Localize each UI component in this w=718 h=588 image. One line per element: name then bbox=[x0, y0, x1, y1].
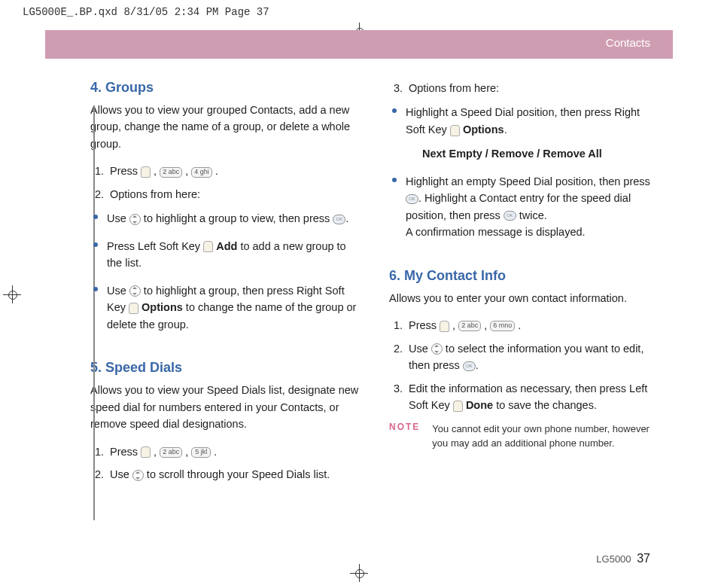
key-2: 2 abc bbox=[160, 167, 182, 178]
ok-icon: OK bbox=[333, 215, 345, 224]
soft-key-icon bbox=[129, 303, 138, 314]
soft-key-icon bbox=[453, 401, 463, 412]
left-column: 4. Groups Allows you to view your groupe… bbox=[90, 80, 359, 491]
groups-step-1: Press , 2 abc , 4 ghi . bbox=[107, 163, 359, 179]
mycontact-heading: 6. My Contact Info bbox=[389, 268, 658, 284]
key-4: 4 ghi bbox=[191, 167, 212, 178]
speed-step-2: Use to scroll through your Speed Dials l… bbox=[107, 466, 359, 483]
note-label: NOTE bbox=[389, 422, 420, 451]
speed-bullet-1: Highlight a Speed Dial position, then pr… bbox=[389, 104, 658, 162]
ok-icon: OK bbox=[504, 211, 516, 221]
registration-mark-left bbox=[5, 287, 20, 302]
groups-bullet-3: Use to highlight a group, then press Rig… bbox=[90, 282, 359, 333]
soft-key-icon bbox=[440, 321, 449, 332]
key-6: 6 mno bbox=[490, 321, 515, 331]
groups-step-2: Options from here: bbox=[107, 186, 359, 203]
speed-step-1: Press , 2 abc , 5 jkl . bbox=[107, 443, 359, 460]
soft-key-icon bbox=[203, 241, 213, 252]
speed-intro: Allows you to view your Speed Dials list… bbox=[90, 382, 359, 432]
note-block: NOTE You cannot edit your own phone numb… bbox=[389, 422, 658, 451]
nav-icon bbox=[129, 285, 141, 297]
groups-heading: 4. Groups bbox=[90, 80, 359, 96]
mycontact-step-2: Use to select the information you want t… bbox=[406, 340, 658, 374]
section-label: Contacts bbox=[606, 36, 650, 49]
speed-subopts: Next Empty / Remove / Remove All bbox=[422, 145, 658, 162]
groups-bullet-1: Use to highlight a group to view, then p… bbox=[90, 210, 359, 227]
groups-intro: Allows you to view your grouped Contacts… bbox=[90, 102, 359, 152]
soft-key-icon bbox=[141, 446, 151, 458]
right-column: Options from here: Highlight a Speed Dia… bbox=[389, 80, 658, 491]
page-content: Contacts 4. Groups Allows you to view yo… bbox=[45, 30, 673, 565]
mycontact-step-3: Edit the information as necessary, then … bbox=[406, 380, 658, 414]
registration-mark-bottom bbox=[351, 565, 367, 580]
key-2: 2 abc bbox=[160, 447, 182, 458]
mycontact-intro: Allows you to enter your own contact inf… bbox=[389, 290, 658, 306]
page-footer: LG5000 37 bbox=[596, 552, 650, 565]
soft-key-icon bbox=[141, 166, 151, 178]
mycontact-step-1: Press , 2 abc , 6 mno . bbox=[406, 317, 658, 334]
groups-bullet-2: Press Left Soft Key Add to add a new gro… bbox=[90, 238, 359, 272]
speed-heading: 5. Speed Dials bbox=[90, 360, 359, 376]
soft-key-icon bbox=[450, 125, 460, 136]
speed-bullet-2: Highlight an empty Speed Dial position, … bbox=[389, 173, 658, 241]
header-bar: Contacts bbox=[45, 30, 673, 59]
print-slug: LG5000E_.BP.qxd 8/31/05 2:34 PM Page 37 bbox=[23, 6, 269, 18]
key-5: 5 jkl bbox=[191, 447, 211, 458]
speed-step-3: Options from here: bbox=[406, 80, 658, 96]
key-2: 2 abc bbox=[458, 321, 481, 331]
ok-icon: OK bbox=[463, 361, 476, 371]
note-text: You cannot edit your own phone number, h… bbox=[432, 422, 658, 451]
ok-icon: OK bbox=[406, 194, 418, 204]
nav-icon bbox=[129, 214, 141, 225]
nav-icon bbox=[431, 343, 443, 355]
nav-icon bbox=[132, 470, 144, 481]
